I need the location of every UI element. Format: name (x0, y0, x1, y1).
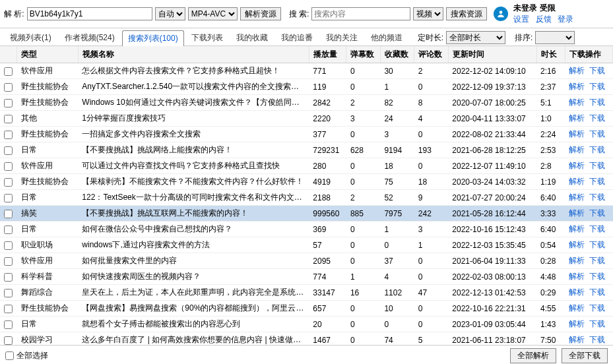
table-row[interactable]: 野生技能协会【果核剥壳】不能搜索文件？不能搜索文件内容？什么好软件！491907… (0, 174, 613, 190)
row-parse-link[interactable]: 解析 (569, 256, 585, 265)
row-download-link[interactable]: 下载 (589, 303, 605, 313)
row-parse-link[interactable]: 解析 (569, 208, 585, 218)
table-row[interactable]: 野生技能协会Windows 10如何通过文件内容关键词搜索文件？【方俊皓同学】2… (0, 95, 613, 111)
row-parse-link[interactable]: 解析 (569, 272, 585, 281)
row-checkbox[interactable] (4, 241, 13, 250)
table-row[interactable]: 职业职场windows下,通过内容搜索文件的方法570012022-12-03 … (0, 237, 613, 253)
row-download-link[interactable]: 下载 (589, 113, 605, 123)
row-checkbox[interactable] (4, 273, 13, 282)
download-all-button[interactable]: 全部下载 (562, 348, 608, 363)
table-row[interactable]: 舞蹈综合皇天在上，后土为证，本人在此郑重声明，此内容完全是系统推荐，本人从未33… (0, 285, 613, 301)
col-play[interactable]: 播放量 (309, 46, 346, 63)
row-checkbox[interactable] (4, 115, 13, 123)
row-parse-link[interactable]: 解析 (569, 129, 585, 138)
col-fav[interactable]: 收藏数 (380, 46, 414, 63)
row-download-link[interactable]: 下载 (589, 193, 605, 202)
row-download-link[interactable]: 下载 (589, 177, 605, 186)
table-row[interactable]: 校园学习这么多年白百度了 | 如何高效搜索你想要的信息内容 | 快速做功课 | … (0, 332, 613, 346)
col-type[interactable]: 类型 (17, 46, 79, 63)
row-parse-link[interactable]: 解析 (569, 177, 585, 186)
avatar-icon[interactable] (494, 7, 508, 21)
row-checkbox[interactable] (4, 162, 13, 171)
row-download-link[interactable]: 下载 (589, 288, 605, 297)
col-comment[interactable]: 评论数 (414, 46, 448, 63)
row-download-link[interactable]: 下载 (589, 208, 605, 218)
search-type-select[interactable]: 视频 (413, 7, 443, 20)
sort-select[interactable] (535, 31, 575, 44)
col-title[interactable]: 视频名称 (78, 46, 309, 63)
row-download-link[interactable]: 下载 (589, 256, 605, 265)
search-button[interactable]: 搜索资源 (446, 7, 487, 20)
row-download-link[interactable]: 下载 (589, 145, 605, 154)
table-row[interactable]: 其他1分钟掌握百度搜索技巧222032442020-04-11 13:33:07… (0, 111, 613, 127)
parse-all-button[interactable]: 全部解析 (510, 348, 556, 363)
feedback-link[interactable]: 反馈 (536, 15, 552, 24)
settings-link[interactable]: 设置 (513, 15, 529, 24)
row-parse-link[interactable]: 解析 (569, 240, 585, 249)
row-checkbox[interactable] (4, 131, 13, 139)
format-select[interactable]: MP4-AVC (188, 7, 238, 20)
row-parse-link[interactable]: 解析 (569, 319, 585, 328)
table-row[interactable]: 软件应用可以通过文件内容查找文件吗？它支持多种格式且查找快28001802022… (0, 158, 613, 174)
table-row[interactable]: 野生技能协会【网盘搜索】易搜网盘搜索（90%的内容都能搜到），阿里云盘为主657… (0, 301, 613, 317)
row-download-link[interactable]: 下载 (589, 66, 605, 75)
row-checkbox[interactable] (4, 336, 13, 345)
login-link[interactable]: 登录 (558, 15, 573, 24)
auto-select[interactable]: 自动 (155, 7, 185, 20)
row-checkbox[interactable] (4, 226, 13, 234)
row-parse-link[interactable]: 解析 (569, 66, 585, 75)
tab-my-following[interactable]: 我的关注 (320, 30, 364, 46)
tab-author-videos[interactable]: 作者视频(524) (59, 30, 121, 46)
table-row[interactable]: 软件应用如何批量搜索文件里的内容209503702021-06-04 19:11… (0, 253, 613, 269)
row-parse-link[interactable]: 解析 (569, 224, 585, 233)
tab-video-list[interactable]: 视频列表(1) (4, 30, 57, 46)
row-checkbox[interactable] (4, 194, 13, 202)
col-ops[interactable]: 下载操作 (565, 46, 612, 63)
table-row[interactable]: 日常如何在微信公众号中搜索自己想找的内容？3690132022-10-16 15… (0, 222, 613, 237)
select-all-checkbox[interactable]: 全部选择 (5, 350, 48, 361)
table-row[interactable]: 软件应用怎么根据文件内容去搜索文件？它支持多种格式且超快！77103022022… (0, 63, 613, 79)
row-checkbox[interactable] (4, 320, 13, 329)
row-download-link[interactable]: 下载 (589, 272, 605, 281)
row-checkbox[interactable] (4, 305, 13, 313)
row-checkbox[interactable] (4, 178, 13, 187)
row-download-link[interactable]: 下载 (589, 240, 605, 249)
duration-select[interactable]: 全部时长 (446, 31, 505, 44)
row-download-link[interactable]: 下载 (589, 161, 605, 170)
row-checkbox[interactable] (4, 257, 13, 266)
row-parse-link[interactable]: 解析 (569, 193, 585, 202)
table-row[interactable]: 日常122：TextSeek一款十分高级的可同时搜索文件名和文件内文本内容的全文… (0, 190, 613, 206)
row-download-link[interactable]: 下载 (589, 319, 605, 328)
table-row[interactable]: 搞笑【不要搜挑战】挑战互联网上不能搜索的内容！99956088579752422… (0, 206, 613, 222)
row-parse-link[interactable]: 解析 (569, 145, 585, 154)
parse-button[interactable]: 解析资源 (240, 7, 281, 20)
table-row[interactable]: 野生技能协会AnyTXT.Searcher.1.2.540一款可以搜索文件内容的… (0, 79, 613, 95)
table-row[interactable]: 科学科普如何快速搜索周医生的视频内容？7741402022-02-03 08:0… (0, 269, 613, 285)
row-checkbox[interactable] (4, 99, 13, 107)
row-parse-link[interactable]: 解析 (569, 303, 585, 313)
row-checkbox[interactable] (4, 83, 13, 92)
col-len[interactable]: 时长 (536, 46, 565, 63)
parse-input[interactable] (27, 7, 152, 20)
row-checkbox[interactable] (4, 146, 13, 155)
row-parse-link[interactable]: 解析 (569, 113, 585, 123)
row-parse-link[interactable]: 解析 (569, 288, 585, 297)
table-row[interactable]: 日常就想看个女子搏击都能被搜索出的内容恶心到200002023-01-09 03… (0, 317, 613, 332)
tab-my-favorites[interactable]: 我的收藏 (230, 30, 274, 46)
table-row[interactable]: 日常【不要搜挑战】挑战网络上能搜索的内容！7292316289194193202… (0, 142, 613, 158)
row-download-link[interactable]: 下载 (589, 129, 605, 138)
tab-his-channel[interactable]: 他的频道 (365, 30, 408, 46)
row-download-link[interactable]: 下载 (589, 335, 605, 344)
row-checkbox[interactable] (4, 289, 13, 297)
row-checkbox[interactable] (4, 210, 13, 218)
search-input[interactable] (311, 7, 410, 20)
tab-search-list[interactable]: 搜索列表(100) (122, 30, 184, 46)
tab-my-follow-series[interactable]: 我的追番 (275, 30, 319, 46)
select-all-input[interactable] (5, 351, 14, 360)
row-parse-link[interactable]: 解析 (569, 82, 585, 91)
row-download-link[interactable]: 下载 (589, 224, 605, 233)
results-table-wrap[interactable]: 类型 视频名称 播放量 弹幕数 收藏数 评论数 更新时间 时长 下载操作 软件应… (0, 46, 613, 346)
row-download-link[interactable]: 下载 (589, 98, 605, 107)
table-row[interactable]: 野生技能协会一招搞定多文件内容搜索全文搜索3770302022-08-02 21… (0, 127, 613, 142)
row-download-link[interactable]: 下载 (589, 82, 605, 91)
